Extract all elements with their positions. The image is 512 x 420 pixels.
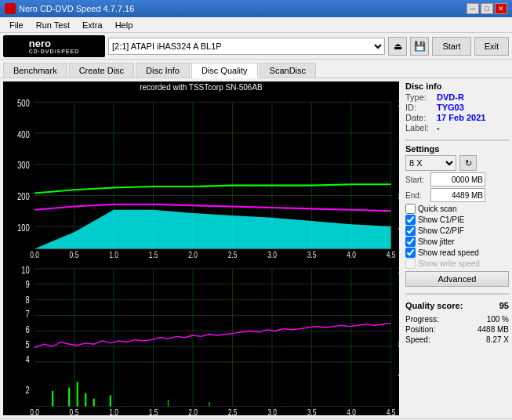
tab-bar: Benchmark Create Disc Disc Info Disc Qua… (0, 60, 512, 78)
show-c2-pif-label: Show C2/PIF (418, 226, 464, 235)
progress-row: Progress: 100 % (405, 315, 509, 324)
toolbar: nero CD·DVD/SPEED [2:1] ATAPI iHAS324 A … (0, 33, 512, 60)
show-c1-pie-row: Show C1/PIE (405, 215, 509, 225)
start-field-label: Start: (405, 176, 427, 184)
end-field-label: End: (405, 191, 427, 200)
svg-text:5: 5 (25, 339, 29, 349)
tab-scan-disc[interactable]: ScanDisc (260, 63, 316, 78)
menu-file[interactable]: File (3, 19, 30, 31)
disc-label-label: Label: (405, 123, 434, 132)
exit-button[interactable]: Exit (474, 37, 509, 56)
disc-label-row: Label: - (405, 123, 509, 132)
tab-create-disc[interactable]: Create Disc (69, 63, 134, 78)
position-value: 4488 MB (478, 325, 509, 334)
svg-text:2: 2 (25, 384, 29, 395)
svg-text:1.5: 1.5 (149, 250, 158, 259)
maximize-button[interactable]: □ (481, 3, 493, 14)
disc-info-section: Disc info Type: DVD-R ID: TYG03 Date: 17… (405, 81, 509, 133)
show-jitter-row: Show jitter (405, 237, 509, 247)
svg-text:100: 100 (17, 222, 30, 233)
menu-extra[interactable]: Extra (76, 19, 109, 31)
position-row: Position: 4488 MB (405, 325, 509, 334)
right-panel: Disc info Type: DVD-R ID: TYG03 Date: 17… (402, 78, 512, 418)
svg-text:3.5: 3.5 (307, 250, 317, 259)
tab-disc-info[interactable]: Disc Info (136, 63, 190, 78)
svg-text:2.5: 2.5 (228, 407, 238, 415)
svg-text:4: 4 (398, 222, 399, 233)
disc-id-value: TYG03 (437, 103, 464, 112)
svg-text:12: 12 (398, 160, 399, 171)
show-c1-pie-checkbox[interactable] (405, 215, 416, 225)
eject-button[interactable]: ⏏ (388, 37, 407, 56)
disc-id-label: ID: (405, 103, 434, 112)
speed-select[interactable]: 8 X (405, 155, 456, 171)
svg-text:6: 6 (25, 324, 29, 335)
show-read-speed-checkbox[interactable] (405, 248, 416, 258)
close-button[interactable]: ✕ (495, 3, 507, 14)
tab-disc-quality[interactable]: Disc Quality (191, 63, 258, 78)
show-jitter-label: Show jitter (418, 237, 455, 246)
menubar: File Run Test Extra Help (0, 17, 512, 33)
disc-type-row: Type: DVD-R (405, 92, 509, 102)
progress-label: Progress: (405, 315, 439, 324)
svg-text:2.0: 2.0 (188, 250, 198, 259)
svg-text:3.0: 3.0 (267, 250, 277, 259)
svg-text:12: 12 (398, 309, 399, 320)
save-button[interactable]: 💾 (410, 37, 429, 56)
speed-row-progress: Speed: 8.27 X (405, 335, 509, 344)
main-chart-svg: 500 400 300 200 100 20 16 12 8 4 0.0 0.5… (3, 93, 399, 415)
titlebar: Nero CD-DVD Speed 4.7.7.16 ─ □ ✕ (0, 0, 512, 17)
chart-area: recorded with TSSTcorp SN-506AB 500 40 (3, 81, 399, 415)
svg-text:16: 16 (398, 129, 399, 139)
quality-score-label: Quality score: (405, 301, 463, 310)
quality-score-row: Quality score: 95 (405, 301, 509, 310)
progress-value: 100 % (487, 315, 509, 324)
refresh-button[interactable]: ↻ (459, 155, 477, 171)
minimize-button[interactable]: ─ (467, 3, 479, 14)
svg-text:400: 400 (17, 129, 30, 139)
svg-text:3.5: 3.5 (307, 407, 317, 415)
svg-text:10: 10 (21, 264, 30, 275)
tab-benchmark[interactable]: Benchmark (3, 63, 67, 78)
main-content: recorded with TSSTcorp SN-506AB 500 40 (0, 78, 512, 418)
show-c2-pif-row: Show C2/PIF (405, 226, 509, 236)
start-button[interactable]: Start (432, 37, 470, 56)
svg-text:4.0: 4.0 (347, 250, 356, 259)
disc-label-value: - (437, 123, 440, 132)
svg-text:2.5: 2.5 (228, 250, 238, 259)
disc-date-value: 17 Feb 2021 (437, 113, 485, 122)
disc-date-row: Date: 17 Feb 2021 (405, 113, 509, 122)
advanced-button[interactable]: Advanced (405, 271, 509, 287)
chart-title: recorded with TSSTcorp SN-506AB (3, 81, 399, 93)
show-jitter-checkbox[interactable] (405, 237, 416, 247)
show-write-speed-row: Show write speed (405, 259, 509, 269)
window-controls: ─ □ ✕ (467, 3, 507, 14)
quick-scan-checkbox[interactable] (405, 204, 416, 214)
settings-title: Settings (405, 144, 509, 154)
show-c2-pif-checkbox[interactable] (405, 226, 416, 236)
speed-label: Speed: (405, 335, 430, 344)
nero-logo: nero CD·DVD/SPEED (3, 35, 105, 57)
quick-scan-label: Quick scan (418, 205, 456, 213)
svg-text:0.0: 0.0 (30, 407, 39, 415)
svg-text:1.5: 1.5 (149, 407, 158, 415)
position-label: Position: (405, 325, 435, 334)
svg-text:9: 9 (25, 279, 29, 290)
progress-section: Progress: 100 % Position: 4488 MB Speed:… (405, 315, 509, 346)
svg-rect-37 (3, 262, 399, 415)
menu-run-test[interactable]: Run Test (30, 19, 76, 31)
show-write-speed-label: Show write speed (418, 259, 480, 268)
svg-text:3.0: 3.0 (267, 407, 277, 415)
speed-value: 8.27 X (486, 335, 509, 344)
svg-text:16: 16 (398, 279, 399, 290)
drive-select[interactable]: [2:1] ATAPI iHAS324 A BL1P (108, 38, 385, 55)
svg-text:4.5: 4.5 (387, 250, 396, 259)
svg-text:4: 4 (398, 368, 399, 379)
start-field[interactable] (430, 172, 485, 186)
svg-text:8: 8 (398, 339, 399, 349)
svg-text:300: 300 (17, 160, 30, 171)
svg-text:1.0: 1.0 (109, 407, 118, 415)
end-field[interactable] (430, 188, 485, 202)
show-write-speed-checkbox[interactable] (405, 259, 416, 269)
menu-help[interactable]: Help (109, 19, 140, 31)
